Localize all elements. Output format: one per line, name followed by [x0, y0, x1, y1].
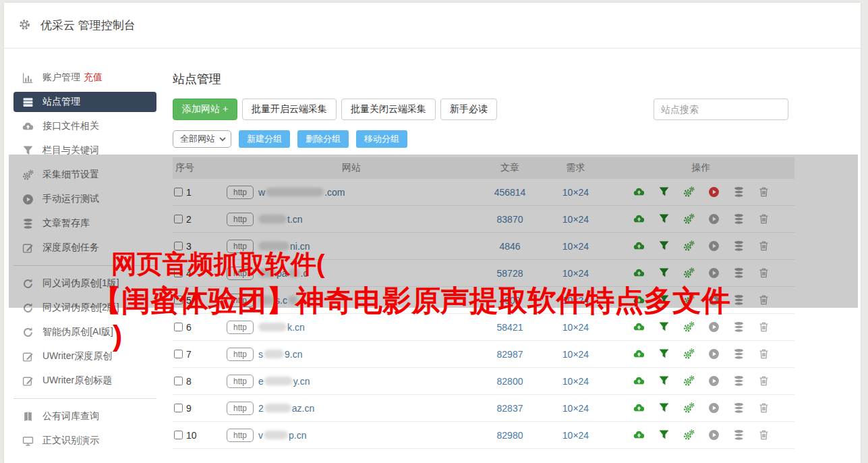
gears-icon[interactable] — [683, 402, 695, 414]
play-icon[interactable] — [708, 240, 720, 252]
play-icon[interactable] — [708, 348, 720, 360]
batch-open-button[interactable]: 批量开启云端采集 — [242, 99, 337, 120]
database-icon[interactable] — [733, 402, 745, 414]
trash-icon[interactable] — [758, 348, 770, 360]
sidebar-item-book[interactable]: 公有词库查询 — [13, 404, 156, 429]
sidebar-item-edit[interactable]: UWriter原创标题 — [13, 369, 156, 393]
row-checkbox[interactable] — [174, 323, 183, 331]
gears-icon[interactable] — [683, 267, 695, 279]
recharge-link[interactable]: 充值 — [84, 72, 103, 82]
filter-icon[interactable] — [658, 240, 670, 252]
cloud-upload-icon[interactable] — [633, 267, 645, 279]
row-checkbox[interactable] — [174, 242, 183, 250]
filter-icon[interactable] — [658, 267, 670, 279]
gears-icon[interactable] — [683, 429, 695, 441]
sidebar-item-account[interactable]: 账户管理充值 — [13, 65, 156, 90]
play-icon[interactable] — [708, 321, 720, 333]
row-checkbox[interactable] — [174, 215, 183, 223]
trash-icon[interactable] — [758, 375, 770, 387]
row-checkbox[interactable] — [174, 404, 183, 412]
add-site-button[interactable]: 添加网站 + — [173, 99, 237, 120]
row-checkbox[interactable] — [174, 188, 183, 196]
trash-icon[interactable] — [758, 267, 770, 279]
gears-icon[interactable] — [683, 375, 695, 387]
row-checkbox[interactable] — [174, 269, 183, 277]
database-icon[interactable] — [733, 186, 745, 198]
database-icon[interactable] — [733, 213, 745, 225]
sidebar-item-filter[interactable]: 栏目与关键词 — [13, 138, 156, 163]
filter-icon — [22, 145, 34, 157]
filter-icon[interactable] — [658, 186, 670, 198]
database-icon[interactable] — [733, 348, 745, 360]
sidebar-item-refresh[interactable]: 同义词伪原创[2版] — [13, 296, 156, 320]
cloud-upload-icon[interactable] — [633, 402, 645, 414]
cloud-upload-icon[interactable] — [633, 321, 645, 333]
row-number: 10 — [186, 430, 197, 441]
sidebar-item-cloud-upload[interactable]: 接口文件相关 — [13, 114, 156, 138]
cloud-upload-icon[interactable] — [633, 213, 645, 225]
play-icon[interactable] — [708, 375, 720, 387]
trash-icon[interactable] — [758, 429, 770, 441]
gears-icon[interactable] — [683, 186, 695, 198]
cloud-upload-icon[interactable] — [633, 186, 645, 198]
play-icon[interactable] — [708, 294, 720, 306]
row-checkbox[interactable] — [174, 377, 183, 385]
sidebar-item-refresh[interactable]: 同义词伪原创[1版] — [13, 271, 156, 296]
cloud-upload-icon[interactable] — [633, 375, 645, 387]
sidebar-item-edit[interactable]: UWriter深度原创 — [13, 344, 156, 369]
row-checkbox[interactable] — [174, 296, 183, 304]
database-icon[interactable] — [733, 321, 745, 333]
cloud-upload-icon[interactable] — [633, 240, 645, 252]
cloud-upload-icon[interactable] — [633, 429, 645, 441]
batch-close-button[interactable]: 批量关闭云端采集 — [341, 99, 436, 120]
trash-icon[interactable] — [758, 240, 770, 252]
play-icon[interactable] — [708, 402, 720, 414]
cloud-upload-icon[interactable] — [633, 294, 645, 306]
filter-icon[interactable] — [658, 213, 670, 225]
trash-icon[interactable] — [758, 321, 770, 333]
site-search-input[interactable] — [654, 99, 788, 120]
guide-button[interactable]: 新手必读 — [440, 99, 497, 120]
filter-icon[interactable] — [658, 294, 670, 306]
move-group-button[interactable]: 移动分组 — [356, 130, 407, 148]
play-icon[interactable] — [708, 267, 720, 279]
sidebar-item-play[interactable]: 手动运行测试 — [13, 187, 156, 211]
trash-icon[interactable] — [758, 294, 770, 306]
delete-group-button[interactable]: 删除分组 — [297, 130, 349, 148]
sidebar-item-database[interactable]: 文章暂存库 — [13, 211, 156, 236]
filter-icon[interactable] — [658, 321, 670, 333]
trash-icon[interactable] — [758, 402, 770, 414]
row-checkbox[interactable] — [174, 431, 183, 439]
database-icon[interactable] — [733, 240, 745, 252]
filter-icon[interactable] — [658, 375, 670, 387]
article-count: 82980 — [476, 430, 544, 441]
sidebar-item-refresh[interactable]: 智能伪原创[AI版] — [13, 320, 156, 344]
gears-icon[interactable] — [683, 321, 695, 333]
database-icon[interactable] — [733, 294, 745, 306]
gears-icon[interactable] — [683, 294, 695, 306]
database-icon[interactable] — [733, 375, 745, 387]
sidebar-item-server[interactable]: 站点管理 — [13, 92, 156, 112]
play-icon[interactable] — [708, 213, 720, 225]
gears-icon[interactable] — [683, 348, 695, 360]
filter-icon[interactable] — [658, 429, 670, 441]
database-icon[interactable] — [733, 267, 745, 279]
play-icon[interactable] — [708, 186, 720, 198]
sidebar-item-monitor[interactable]: 正文识别演示 — [13, 429, 156, 453]
gears-icon[interactable] — [683, 213, 695, 225]
cloud-upload-icon[interactable] — [633, 348, 645, 360]
database-icon[interactable] — [733, 429, 745, 441]
sidebar-item-gears[interactable]: 采集细节设置 — [13, 163, 156, 187]
group-select[interactable]: 全部网站 — [173, 130, 231, 148]
trash-icon[interactable] — [758, 213, 770, 225]
play-icon[interactable] — [708, 429, 720, 441]
sidebar-item-edit[interactable]: 深度原创任务 — [13, 236, 156, 260]
new-group-button[interactable]: 新建分组 — [239, 130, 290, 148]
trash-icon[interactable] — [758, 186, 770, 198]
row-checkbox[interactable] — [174, 350, 183, 358]
filter-icon[interactable] — [658, 348, 670, 360]
article-count: 4846 — [476, 241, 544, 252]
filter-icon[interactable] — [658, 402, 670, 414]
gears-icon[interactable] — [683, 240, 695, 252]
sites-table: 序号 网站 文章 需求 操作 1 http w.com 456814 10×24… — [173, 157, 794, 449]
